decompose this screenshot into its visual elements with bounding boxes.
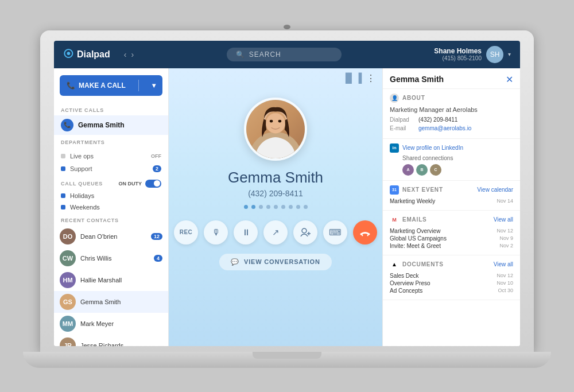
contact-item-mark[interactable]: MM Mark Meyer <box>54 313 168 335</box>
dot-5 <box>274 205 278 209</box>
svg-point-4 <box>270 119 273 122</box>
doc-name-1: Sales Deck <box>390 273 419 279</box>
contact-item-jesse[interactable]: JR Jesse Richards <box>54 335 168 346</box>
contact-avatar: DO <box>60 228 76 244</box>
view-calendar-link[interactable]: View calendar <box>477 187 513 193</box>
view-all-docs-link[interactable]: View all <box>494 261 513 267</box>
on-duty-label: ON DUTY <box>119 181 142 187</box>
email-subject-3: Invite: Meet & Greet <box>390 243 441 249</box>
contact-item-dean[interactable]: DO Dean O'brien 12 <box>54 226 168 247</box>
laptop-notch <box>253 352 321 359</box>
email-row-1: Marketing Overview Nov 12 <box>390 228 513 234</box>
record-button[interactable]: REC <box>174 220 198 244</box>
doc-date-3: Oct 30 <box>498 288 513 293</box>
contact-avatar-5: MM <box>60 316 76 332</box>
caller-name: Gemma Smith <box>228 169 323 187</box>
search-box[interactable]: 🔍 SEARCH <box>227 48 342 61</box>
user-phone: (415) 805-2100 <box>434 55 482 61</box>
next-event-section: 31 NEXT EVENT View calendar Marketing We… <box>383 181 520 211</box>
hangup-button[interactable] <box>353 220 377 244</box>
make-call-left: 📞 MAKE A CALL <box>67 81 126 90</box>
keypad-button[interactable]: ⌨ <box>323 220 347 244</box>
email-date-1: Nov 12 <box>497 228 513 234</box>
queue-item-holidays[interactable]: Holidays <box>54 190 168 201</box>
call-controls: REC 🎙 ⏸ ↗ <box>174 220 377 244</box>
caller-avatar-img <box>246 100 305 158</box>
queue-item-weekends[interactable]: Weekends <box>54 201 168 213</box>
dot-2 <box>251 205 255 209</box>
linkedin-link[interactable]: View profile on LinkedIn <box>402 145 463 151</box>
dot-6 <box>281 205 285 209</box>
user-info: Shane Holmes (415) 805-2100 SH ▾ <box>434 46 511 63</box>
make-call-button[interactable]: 📞 MAKE A CALL ▾ <box>60 75 162 96</box>
contact-badge: 12 <box>151 233 162 240</box>
contact-badge-2: 4 <box>154 255 162 262</box>
chevron-down-icon: ▾ <box>152 81 156 90</box>
phone-icon: 📞 <box>67 81 75 90</box>
toggle-pill[interactable] <box>145 180 161 188</box>
more-icon[interactable]: ⋮ <box>366 73 375 84</box>
departments-list: Live ops OFF Support 2 <box>54 148 168 177</box>
user-name: Shane Holmes <box>434 47 482 55</box>
queue-dot <box>61 193 65 198</box>
top-nav: ⦿ Dialpad ‹ › 🔍 SEARCH <box>54 41 520 68</box>
caller-avatar-wrapper <box>244 98 307 161</box>
next-event-label: NEXT EVENT <box>402 187 443 193</box>
event-row: Marketing Weekly Nov 14 <box>390 198 513 204</box>
contact-item-gemma[interactable]: GS Gemma Smith <box>54 291 168 313</box>
dept-item-live-ops[interactable]: Live ops OFF <box>54 150 168 162</box>
active-calls-label: ACTIVE CALLS <box>54 103 168 115</box>
contact-name-2: Chris Willis <box>80 255 149 262</box>
recent-contacts-label: RECENT CONTACTS <box>54 213 168 226</box>
contact-item-chris[interactable]: CW Chris Willis 4 <box>54 247 168 269</box>
view-conversation-button[interactable]: 💬 VIEW CONVERSATION <box>219 254 331 270</box>
queue-name-2: Weekends <box>70 204 100 211</box>
close-button[interactable]: ✕ <box>506 74 513 85</box>
contact-item-hallie[interactable]: HM Hallie Marshall <box>54 269 168 291</box>
emails-section: M EMAILS View all Marketing Overview Nov… <box>383 211 520 255</box>
linkedin-icon: in <box>390 143 399 153</box>
connections-avatars: A B C <box>402 164 513 176</box>
view-all-emails-link[interactable]: View all <box>494 216 513 223</box>
active-call-item[interactable]: 📞 Gemma Smith <box>54 115 168 135</box>
queue-name: Holidays <box>70 192 94 199</box>
dialpad-info-row: Dialpad (432) 209-8411 <box>390 117 513 123</box>
connection-avatar-3: C <box>430 164 441 176</box>
doc-date-1: Nov 12 <box>497 273 513 278</box>
dialpad-label: Dialpad <box>390 117 418 123</box>
email-row-2: Global US Campaigns Nov 9 <box>390 235 513 242</box>
contact-name: Dean O'brien <box>80 233 146 240</box>
laptop-base <box>23 352 551 368</box>
dialpad-value: (432) 209-8411 <box>418 117 457 123</box>
add-call-button[interactable] <box>293 220 317 244</box>
center-top-bar: ▐▌▐ ⋮ <box>169 68 382 88</box>
linkedin-row: in View profile on LinkedIn <box>390 143 513 153</box>
app-name: Dialpad <box>77 49 110 60</box>
dept-item-support[interactable]: Support 2 <box>54 162 168 175</box>
dropdown-icon[interactable]: ▾ <box>508 51 511 57</box>
documents-section: ▲ DOCUMENTS View all Sales Deck Nov 12 O… <box>383 255 520 300</box>
doc-row-3: Ad Concepts Oct 30 <box>390 288 513 294</box>
contact-avatar-4: GS <box>60 294 76 310</box>
chat-icon: 💬 <box>231 258 239 266</box>
gmail-icon: M <box>390 215 399 224</box>
on-duty-toggle[interactable]: ON DUTY <box>119 180 162 188</box>
departments-label: DEPARTMENTS <box>54 135 168 148</box>
docs-header: ▲ DOCUMENTS View all <box>390 260 513 269</box>
email-info-row: E-mail gemma@aerolabs.io <box>390 125 513 131</box>
docs-label: DOCUMENTS <box>402 261 444 267</box>
hold-button[interactable]: ⏸ <box>234 220 258 244</box>
app-logo: ⦿ Dialpad <box>63 48 110 60</box>
right-panel: Gemma Smith ✕ 👤 ABOUT Marketing Manager … <box>382 68 520 346</box>
search-label: SEARCH <box>249 51 281 59</box>
back-arrow[interactable]: ‹ <box>124 50 127 59</box>
about-section: 👤 ABOUT Marketing Manager at Aerolabs Di… <box>383 89 520 139</box>
avatar[interactable]: SH <box>486 46 503 63</box>
connection-avatar-1: A <box>402 164 414 176</box>
view-conversation-label: VIEW CONVERSATION <box>244 258 320 265</box>
transfer-button[interactable]: ↗ <box>263 220 288 244</box>
email-label: E-mail <box>390 125 418 131</box>
about-header: 👤 ABOUT <box>390 94 513 103</box>
dept-name-support: Support <box>70 165 92 172</box>
mute-button[interactable]: 🎙 <box>204 220 228 244</box>
